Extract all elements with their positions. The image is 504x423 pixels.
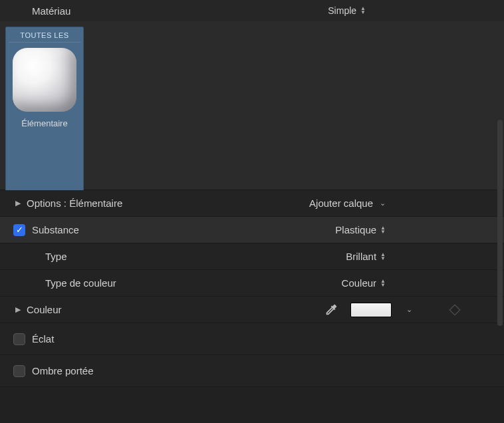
material-thumbnails: TOUTES LES Élémentaire [0, 21, 504, 190]
substance-label: Substance [32, 224, 79, 235]
updown-icon: ▲▼ [380, 279, 386, 287]
thumbnail-header: TOUTES LES [9, 31, 80, 43]
chevron-down-icon[interactable]: ⌄ [406, 305, 412, 314]
eclat-row: Éclat [0, 323, 504, 355]
add-layer-popup[interactable]: Ajouter calque ⌄ [309, 198, 499, 209]
inspector-header: Matériau Simple ▲▼ [0, 0, 504, 21]
shadow-checkbox[interactable] [13, 365, 25, 377]
eclat-checkbox[interactable] [13, 333, 25, 345]
material-mode-value: Simple [328, 5, 356, 16]
type-popup[interactable]: Brillant ▲▼ [346, 251, 499, 262]
updown-icon: ▲▼ [380, 226, 386, 234]
type-label: Type [27, 251, 67, 262]
color-row: ▶ Couleur ⌄ [0, 297, 504, 323]
eyedropper-icon[interactable] [324, 303, 338, 317]
vertical-scrollbar[interactable] [497, 120, 503, 326]
eclat-label: Éclat [32, 333, 54, 345]
material-preview-icon [13, 48, 76, 112]
shadow-label: Ombre portée [32, 365, 94, 376]
color-label: Couleur [27, 304, 62, 315]
material-mode-popup[interactable]: Simple ▲▼ [328, 5, 499, 16]
disclosure-triangle-icon[interactable]: ▶ [13, 199, 23, 208]
add-layer-label: Ajouter calque [309, 198, 373, 209]
shadow-row: Ombre portée [0, 355, 504, 387]
type-value: Brillant [346, 251, 376, 262]
substance-value: Plastique [335, 224, 376, 235]
color-well[interactable] [350, 303, 392, 317]
color-type-popup[interactable]: Couleur ▲▼ [342, 277, 499, 289]
disclosure-triangle-icon[interactable]: ▶ [13, 305, 23, 314]
color-type-label: Type de couleur [27, 277, 116, 289]
color-type-row: Type de couleur Couleur ▲▼ [0, 270, 504, 297]
options-label: Options : Élémentaire [27, 198, 122, 209]
color-type-value: Couleur [342, 277, 377, 289]
header-label: Matériau [5, 5, 70, 17]
chevron-down-icon: ⌄ [380, 199, 386, 208]
options-row: ▶ Options : Élémentaire Ajouter calque ⌄ [0, 190, 504, 217]
thumbnail-label: Élémentaire [21, 118, 67, 128]
substance-checkbox[interactable]: ✓ [13, 224, 25, 236]
substance-popup[interactable]: Plastique ▲▼ [335, 224, 499, 235]
keyframe-diamond-icon[interactable] [449, 304, 461, 315]
material-thumbnail-card[interactable]: TOUTES LES Élémentaire [5, 27, 84, 193]
type-row: Type Brillant ▲▼ [0, 243, 504, 270]
updown-icon: ▲▼ [380, 253, 386, 261]
substance-row: ✓ Substance Plastique ▲▼ [0, 217, 504, 243]
updown-icon: ▲▼ [360, 7, 366, 15]
